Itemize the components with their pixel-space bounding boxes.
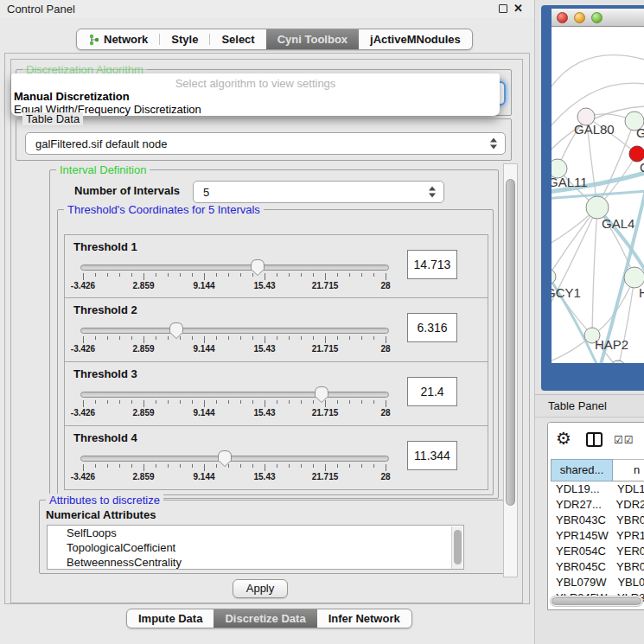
tab-select[interactable]: Select: [210, 29, 265, 49]
slider-tick: [131, 273, 132, 277]
column-checkboxes-icon[interactable]: ☑☑: [614, 434, 634, 446]
combo-arrows-icon: [429, 187, 436, 198]
network-edge[interactable]: [552, 207, 597, 277]
tab-jactivemnodules[interactable]: jActiveMNodules: [359, 29, 472, 49]
algorithm-hint-option[interactable]: Select algorithm to view settings: [11, 77, 500, 90]
slider-track[interactable]: [80, 328, 389, 334]
table-data-combobox[interactable]: galFiltered.sif default node: [25, 132, 506, 155]
slider-tick: [373, 336, 374, 340]
close-traffic-light[interactable]: [557, 12, 568, 23]
slider-tick: [252, 336, 253, 340]
node-label: GAL4: [602, 216, 634, 231]
slider-tick: [204, 400, 205, 407]
threshold-value-field[interactable]: 6.316: [407, 313, 457, 342]
column-header-name[interactable]: n: [613, 459, 644, 481]
slider-tick: [325, 336, 326, 343]
node-gcy1[interactable]: [552, 269, 556, 284]
scrollbar-thumb[interactable]: [552, 597, 641, 605]
scrollbar-thumb[interactable]: [454, 530, 462, 564]
slider-tick: [192, 464, 193, 468]
slider-tick: [361, 336, 362, 340]
close-icon[interactable]: ✕: [513, 2, 523, 15]
table-panel-titlebar: Table Panel: [535, 394, 644, 418]
slider-tick-label: 2.859: [132, 344, 154, 354]
network-edge[interactable]: [552, 207, 597, 317]
number-of-intervals-combobox[interactable]: 5: [193, 181, 444, 203]
tab-impute-data[interactable]: Impute Data: [127, 609, 214, 628]
algorithm-option-manual[interactable]: Manual Discretization: [14, 90, 130, 103]
cell-name: YER0: [609, 544, 644, 559]
slider-tick: [349, 336, 350, 340]
network-edge[interactable]: [592, 207, 597, 335]
network-canvas[interactable]: GAL80GCGAL11GAL4GCY1HHAP2: [552, 27, 644, 363]
table-row[interactable]: YDL19...YDL1: [551, 481, 644, 497]
table-row[interactable]: YBR043CYBR0: [551, 513, 644, 528]
column-header-shared-name[interactable]: shared...: [551, 459, 613, 481]
tab-style[interactable]: Style: [160, 29, 209, 49]
interval-definition-group: Interval Definition Number of Intervals …: [49, 169, 499, 499]
slider-tick: [168, 400, 169, 404]
network-edge[interactable]: [552, 55, 644, 99]
slider-tick: [240, 400, 241, 404]
table-toolbar: ⚙ ☑☑: [548, 423, 644, 459]
slider-track[interactable]: [80, 456, 389, 462]
slider-tick: [204, 336, 205, 343]
right-workspace: GAL80GCGAL11GAL4GCY1HHAP2 Table Panel ⚙ …: [534, 0, 644, 644]
table-row[interactable]: YER054CYER0: [551, 544, 644, 559]
scrollbar-thumb[interactable]: [506, 179, 515, 506]
slider-tick: [313, 273, 314, 277]
tab-infer-network[interactable]: Infer Network: [317, 609, 411, 628]
slider-tick: [301, 400, 302, 404]
tab-discretize-data[interactable]: Discretize Data: [214, 609, 316, 628]
list-scrollbar[interactable]: [451, 526, 462, 570]
table-panel-card: ⚙ ☑☑ shared... n YDL19...YDL1YDR27...YDR…: [547, 422, 644, 610]
numerical-attributes-label: Numerical Attributes: [46, 508, 156, 521]
numerical-attributes-list[interactable]: SelfLoopsTopologicalCoefficientBetweenne…: [47, 525, 464, 570]
slider-thumb[interactable]: [314, 386, 329, 404]
threshold-label: Threshold 4: [73, 431, 137, 444]
slider-tick: [119, 400, 120, 404]
gear-icon[interactable]: ⚙: [556, 429, 571, 448]
float-window-icon[interactable]: [499, 4, 507, 13]
slider-track[interactable]: [80, 392, 389, 398]
slider-thumb[interactable]: [250, 258, 265, 277]
tab-network[interactable]: Network: [77, 29, 159, 49]
slider-tick-label: -3.426: [71, 281, 95, 290]
threshold-panel: Threshold 1-3.4262.8599.14415.4321.71528…: [64, 234, 488, 298]
attribute-list-item[interactable]: TopologicalCoefficient: [48, 540, 463, 555]
slider-tick: [337, 273, 338, 277]
slider-thumb[interactable]: [217, 450, 233, 468]
slider-tick-label: 9.144: [193, 281, 214, 290]
cell-name: YBL0: [610, 575, 644, 590]
apply-button[interactable]: Apply: [233, 579, 288, 598]
panel-scrollbar[interactable]: [503, 163, 518, 577]
slider-tick: [107, 464, 108, 468]
attributes-group-label: Attributes to discretize: [46, 494, 163, 507]
attribute-list-item[interactable]: BetweennessCentrality: [48, 555, 463, 570]
table-row[interactable]: YBR045CYBR0: [551, 559, 644, 575]
table-row[interactable]: YPR145WYPR1: [551, 528, 644, 544]
slider-track[interactable]: [80, 265, 389, 271]
table-row[interactable]: YDR27...YDR2: [551, 497, 644, 513]
threshold-value-field[interactable]: 11.344: [407, 441, 457, 470]
threshold-value-field[interactable]: 14.713: [407, 250, 457, 279]
slider-tick-label: 28: [380, 472, 390, 481]
slider-tick: [216, 336, 217, 340]
slider-tick: [373, 400, 374, 404]
slider-tick: [313, 336, 314, 340]
table-horizontal-scrollbar[interactable]: [550, 596, 643, 607]
slider-tick: [156, 336, 156, 340]
threshold-label: Threshold 2: [73, 303, 137, 316]
threshold-value-field[interactable]: 21.4: [407, 377, 457, 406]
split-columns-icon[interactable]: [586, 432, 603, 447]
slider-tick: [337, 336, 338, 340]
tab-cyni-toolbox[interactable]: Cyni Toolbox: [266, 29, 359, 49]
table-data-group: Table Data galFiltered.sif default node: [16, 118, 512, 161]
node-label: H: [639, 285, 644, 300]
zoom-traffic-light[interactable]: [591, 12, 603, 23]
slider-thumb[interactable]: [169, 322, 184, 340]
table-row[interactable]: YBL079WYBL0: [551, 575, 644, 590]
attribute-list-item[interactable]: SelfLoops: [48, 526, 463, 540]
minimize-traffic-light[interactable]: [574, 12, 585, 23]
control-panel-tabbar: Network Style Select Cyni Toolbox jActiv…: [76, 29, 473, 50]
